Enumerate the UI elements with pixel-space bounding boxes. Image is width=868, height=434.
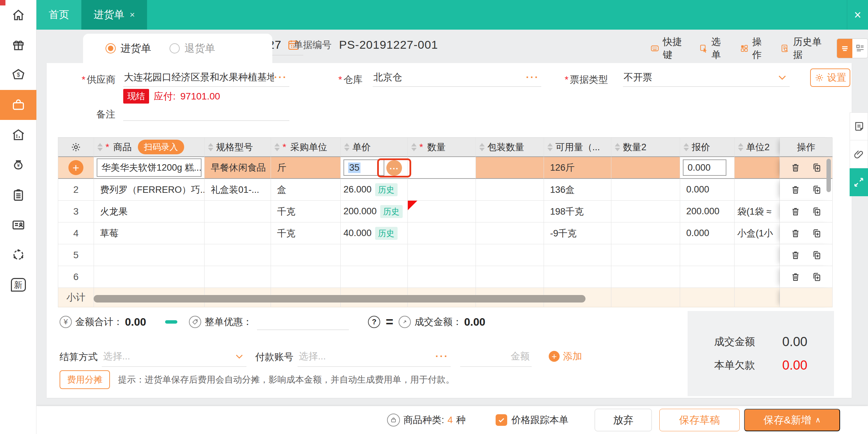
price-cell[interactable]: 200.000历史 xyxy=(341,201,408,222)
card-view-button[interactable] xyxy=(852,39,868,58)
qty-cell[interactable] xyxy=(408,266,476,288)
pack-qty-cell[interactable] xyxy=(476,222,544,244)
radio-return[interactable]: 退货单 xyxy=(170,42,215,56)
sort-icon[interactable] xyxy=(738,143,743,151)
fee-share-button[interactable]: 费用分摊 xyxy=(60,370,110,389)
product-cell[interactable]: 草莓 xyxy=(94,222,205,244)
quote-cell[interactable]: 200.000 xyxy=(680,201,735,222)
copy-row-icon[interactable] xyxy=(811,206,822,217)
radio-purchase[interactable]: 进货单 xyxy=(106,42,151,56)
pack-qty-cell[interactable] xyxy=(476,179,544,201)
qty2-cell[interactable] xyxy=(611,266,680,288)
delete-row-icon[interactable] xyxy=(790,162,801,173)
pack-qty-cell[interactable] xyxy=(476,266,544,288)
shortcut-keys-button[interactable]: 快捷键 xyxy=(650,35,686,61)
unit-cell[interactable]: 千克 xyxy=(271,201,341,222)
copy-row-icon[interactable] xyxy=(811,250,822,261)
price-cell[interactable]: 26.000历史 xyxy=(341,179,408,201)
history-docs-button[interactable]: 历史单据 xyxy=(780,35,824,61)
chevron-down-icon[interactable] xyxy=(777,72,788,83)
sort-icon[interactable] xyxy=(615,143,620,151)
qty-cell[interactable] xyxy=(408,201,476,222)
spec-cell[interactable] xyxy=(205,244,271,266)
product-cell[interactable]: 火龙果 xyxy=(94,201,205,222)
sort-icon[interactable] xyxy=(479,143,485,151)
unit-cell[interactable]: 斤 xyxy=(271,157,341,179)
scan-entry-button[interactable]: 扫码录入 xyxy=(138,140,184,154)
discount-input[interactable] xyxy=(257,314,349,330)
pack-qty-cell[interactable] xyxy=(476,201,544,222)
copy-row-icon[interactable] xyxy=(811,228,822,239)
sort-icon[interactable] xyxy=(684,143,689,151)
price-cell[interactable]: 40.000历史 xyxy=(341,222,408,244)
sort-icon[interactable] xyxy=(344,143,350,151)
help-icon[interactable]: ? xyxy=(368,316,380,328)
add-payment-button[interactable]: + 添加 xyxy=(549,350,582,363)
price-track-checkbox-group[interactable]: 价格跟踪本单 xyxy=(496,406,568,434)
sort-icon[interactable] xyxy=(547,143,553,151)
tab-home[interactable]: 首页 xyxy=(36,0,81,30)
chevron-down-icon[interactable] xyxy=(234,351,244,361)
column-config-icon[interactable] xyxy=(70,141,82,153)
table-horizontal-scrollbar[interactable] xyxy=(94,295,585,303)
supplier-more-icon[interactable]: ··· xyxy=(274,72,287,83)
quote-cell[interactable]: 0.000 xyxy=(680,157,735,179)
save-and-new-button[interactable]: 保存&新增 ∧ xyxy=(744,409,840,431)
pay-amount-input[interactable]: 金额 xyxy=(460,348,532,367)
sidebar-item-sales[interactable]: $ xyxy=(0,60,36,90)
pack-qty-cell[interactable] xyxy=(476,157,544,179)
save-draft-button[interactable]: 保存草稿 xyxy=(659,409,740,431)
sort-icon[interactable] xyxy=(97,143,103,151)
spec-cell[interactable]: 礼盒装01-... xyxy=(205,179,271,201)
sidebar-item-contacts[interactable] xyxy=(0,210,36,240)
settings-button[interactable]: 设置 xyxy=(810,68,850,87)
quote-input[interactable]: 0.000 xyxy=(683,159,726,176)
spec-cell[interactable] xyxy=(205,266,271,288)
add-row-icon[interactable]: + xyxy=(68,160,83,175)
sidebar-item-inventory[interactable] xyxy=(0,180,36,210)
qty2-cell[interactable] xyxy=(611,157,680,179)
table-config-cell[interactable] xyxy=(58,138,94,157)
qty-cell[interactable] xyxy=(408,179,476,201)
delete-row-icon[interactable] xyxy=(790,206,801,217)
sidebar-item-new[interactable]: 新 xyxy=(0,270,36,300)
sort-icon[interactable] xyxy=(411,143,417,151)
product-input[interactable]: 华美华夫软饼1200g 糕... xyxy=(97,158,202,177)
unit-cell[interactable] xyxy=(271,266,341,288)
cancel-button[interactable]: 放弃 xyxy=(595,409,652,431)
spec-cell[interactable] xyxy=(205,201,271,222)
sidebar-item-warehouse[interactable] xyxy=(0,120,36,150)
copy-row-icon[interactable] xyxy=(811,184,822,195)
supplier-field[interactable]: 大连花园口经济区景和水果种植基地 ··· xyxy=(123,69,289,87)
history-badge[interactable]: 历史 xyxy=(375,227,398,240)
quote-cell[interactable]: 0.000 xyxy=(680,222,735,244)
unit-cell[interactable]: 盒 xyxy=(271,179,341,201)
qty2-cell[interactable] xyxy=(611,201,680,222)
tab-close-icon[interactable]: × xyxy=(130,10,135,20)
pick-order-button[interactable]: 选单 xyxy=(699,35,727,61)
settle-method-select[interactable]: 选择... xyxy=(102,348,246,367)
copy-row-icon[interactable] xyxy=(811,162,822,173)
copy-row-icon[interactable] xyxy=(811,272,822,282)
product-cell[interactable]: 费列罗（FERRERO）巧... xyxy=(94,179,205,201)
warehouse-field[interactable]: 北京仓 ··· xyxy=(373,69,541,87)
qty2-cell[interactable] xyxy=(611,179,680,201)
table-vertical-scrollbar[interactable] xyxy=(826,159,831,192)
checkbox-checked-icon[interactable] xyxy=(496,414,507,426)
history-badge[interactable]: 历史 xyxy=(375,183,398,196)
pay-account-select[interactable]: 选择... ··· xyxy=(298,348,451,367)
delete-row-icon[interactable] xyxy=(790,272,801,282)
sort-icon[interactable] xyxy=(274,143,280,151)
qty2-cell[interactable] xyxy=(611,244,680,266)
sidebar-item-finance[interactable]: ¥ xyxy=(0,150,36,180)
qty2-cell[interactable] xyxy=(611,222,680,244)
qty-cell[interactable] xyxy=(408,244,476,266)
quote-cell[interactable] xyxy=(680,244,735,266)
pack-qty-cell[interactable] xyxy=(476,244,544,266)
sidebar-item-network[interactable] xyxy=(0,240,36,270)
qty-cell[interactable] xyxy=(408,222,476,244)
delete-row-icon[interactable] xyxy=(790,250,801,261)
qty-cell[interactable] xyxy=(408,157,476,179)
history-badge[interactable]: 历史 xyxy=(380,205,403,218)
unit-cell[interactable]: 千克 xyxy=(271,222,341,244)
